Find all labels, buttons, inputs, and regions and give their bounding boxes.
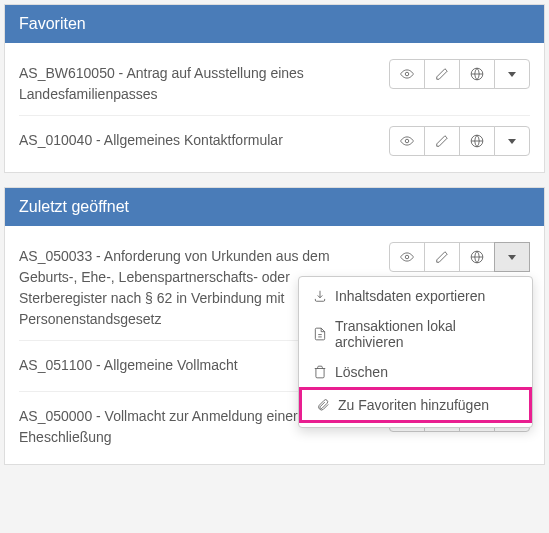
export-icon: [313, 289, 327, 303]
file-icon: [313, 327, 327, 341]
archive-item[interactable]: Transaktionen lokal archivieren: [299, 311, 532, 357]
edit-button[interactable]: [424, 126, 460, 156]
add-favorite-label: Zu Favoriten hinzufügen: [338, 397, 489, 413]
favorites-body: AS_BW610050 - Antrag auf Ausstellung ein…: [5, 43, 544, 172]
favorites-header: Favoriten: [5, 5, 544, 43]
favorites-panel: Favoriten AS_BW610050 - Antrag auf Ausst…: [4, 4, 545, 173]
archive-label: Transaktionen lokal archivieren: [335, 318, 518, 350]
recent-body: AS_050033 - Anforderung von Urkunden aus…: [5, 226, 544, 464]
export-label: Inhaltsdaten exportieren: [335, 288, 485, 304]
view-button[interactable]: [389, 242, 425, 272]
globe-button[interactable]: [459, 126, 495, 156]
export-item[interactable]: Inhaltsdaten exportieren: [299, 281, 532, 311]
recent-header: Zuletzt geöffnet: [5, 188, 544, 226]
delete-label: Löschen: [335, 364, 388, 380]
list-item: AS_010040 - Allgemeines Kontaktformular: [19, 116, 530, 166]
chevron-down-icon: [508, 255, 516, 260]
list-item: AS_BW610050 - Antrag auf Ausstellung ein…: [19, 49, 530, 116]
chevron-down-icon: [508, 139, 516, 144]
svg-point-4: [405, 255, 409, 259]
action-group: Inhaltsdaten exportieren Transaktionen l…: [389, 242, 530, 272]
view-button[interactable]: [389, 59, 425, 89]
more-button[interactable]: [494, 59, 530, 89]
list-item: AS_050033 - Anforderung von Urkunden aus…: [19, 232, 530, 341]
trash-icon: [313, 365, 327, 379]
edit-button[interactable]: [424, 242, 460, 272]
item-label: AS_BW610050 - Antrag auf Ausstellung ein…: [19, 59, 389, 105]
edit-button[interactable]: [424, 59, 460, 89]
globe-button[interactable]: [459, 59, 495, 89]
delete-item[interactable]: Löschen: [299, 357, 532, 387]
action-group: [389, 126, 530, 156]
paperclip-icon: [316, 398, 330, 412]
svg-point-0: [405, 72, 409, 76]
globe-button[interactable]: [459, 242, 495, 272]
action-group: [389, 59, 530, 89]
svg-point-2: [405, 139, 409, 143]
more-button[interactable]: [494, 242, 530, 272]
dropdown-menu: Inhaltsdaten exportieren Transaktionen l…: [298, 276, 533, 428]
item-label: AS_010040 - Allgemeines Kontaktformular: [19, 126, 389, 151]
more-button[interactable]: [494, 126, 530, 156]
add-favorite-item[interactable]: Zu Favoriten hinzufügen: [299, 387, 532, 423]
recent-panel: Zuletzt geöffnet AS_050033 - Anforderung…: [4, 187, 545, 465]
view-button[interactable]: [389, 126, 425, 156]
chevron-down-icon: [508, 72, 516, 77]
